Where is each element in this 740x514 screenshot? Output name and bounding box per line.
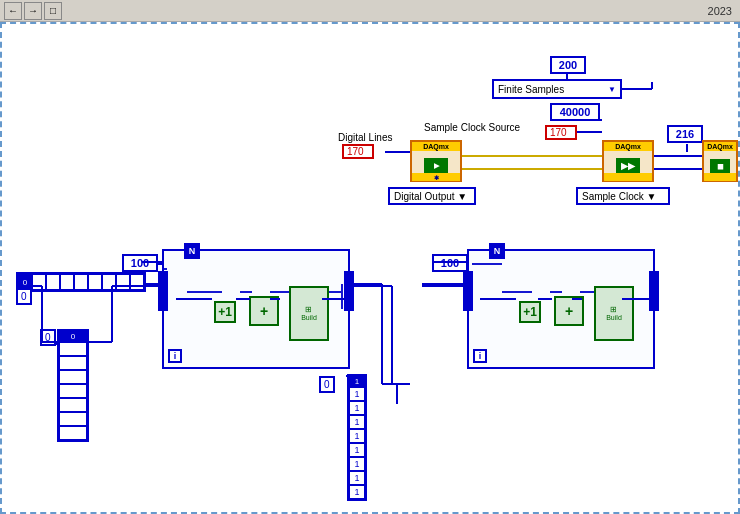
array-cell-2: [60, 274, 74, 290]
shift-reg-right-1: [344, 271, 354, 311]
v-cell-5: [59, 412, 87, 426]
shift-reg-right-2: [649, 271, 659, 311]
num-200[interactable]: 200: [550, 56, 586, 74]
add-block-2[interactable]: +: [554, 296, 584, 326]
v-cell-4: [59, 398, 87, 412]
array-indicator-horizontal: 0: [16, 272, 146, 292]
daq-header-1: DAQmx: [412, 142, 460, 151]
daq-body-3: ◼: [704, 151, 736, 181]
daq-block-1[interactable]: DAQmx ▶ ✱: [410, 140, 462, 182]
zero-indicator-1: 0: [16, 288, 32, 305]
i-terminal-2[interactable]: i: [473, 349, 487, 363]
daq-body-2: ▶▶: [604, 151, 652, 181]
array-cell-4: [88, 274, 102, 290]
shift-reg-left-1: [158, 271, 168, 311]
for-loop-1: N i +1 + ⊞Build: [162, 249, 350, 369]
shift-reg-left-2: [463, 271, 473, 311]
n-terminal-2[interactable]: N: [489, 243, 505, 259]
v-cell-3: [59, 384, 87, 398]
array-cell-1: [46, 274, 60, 290]
daq-header-3: DAQmx: [704, 142, 736, 151]
toolbar: ← → □ 2023: [0, 0, 740, 22]
daq-block-3[interactable]: DAQmx ◼: [702, 140, 738, 182]
array-cell-0: [32, 274, 46, 290]
back-button[interactable]: ←: [4, 2, 22, 20]
digital-output-dropdown[interactable]: Digital Output ▼: [388, 187, 476, 205]
year-label: 2023: [708, 5, 732, 17]
stop-button[interactable]: □: [44, 2, 62, 20]
increment-block-2[interactable]: +1: [519, 301, 541, 323]
n-value-1[interactable]: 100: [122, 254, 158, 272]
num-170-1[interactable]: 170: [342, 144, 374, 159]
for-loop-2: N i +1 + ⊞Build: [467, 249, 655, 369]
n-value-2[interactable]: 100: [432, 254, 468, 272]
sample-clock-source-label: Sample Clock Source: [424, 122, 520, 133]
build-array-2[interactable]: ⊞Build: [594, 286, 634, 341]
finite-samples-dropdown[interactable]: Finite Samples ▼: [492, 79, 622, 99]
n-terminal-1[interactable]: N: [184, 243, 200, 259]
zero-indicator-2: 0: [40, 329, 56, 346]
sample-clock-dropdown[interactable]: Sample Clock ▼: [576, 187, 670, 205]
v-cell-6: [59, 426, 87, 440]
vertical-array-left: 0: [57, 329, 89, 442]
digital-lines-label: Digital Lines: [338, 132, 392, 143]
v-cell-2: [59, 370, 87, 384]
v-cell-1: [59, 356, 87, 370]
vertical-array-ones: 1 1 1 1 1 1 1 1 1: [347, 374, 367, 501]
array-cell-7: [130, 274, 144, 290]
num-216[interactable]: 216: [667, 125, 703, 143]
add-block-1[interactable]: +: [249, 296, 279, 326]
array-cell-5: [102, 274, 116, 290]
v-cell-0: [59, 342, 87, 356]
daq-body-1: ▶ ✱: [412, 151, 460, 181]
num-170-2[interactable]: 170: [545, 125, 577, 140]
build-array-1[interactable]: ⊞Build: [289, 286, 329, 341]
i-terminal-1[interactable]: i: [168, 349, 182, 363]
daq-block-2[interactable]: DAQmx ▶▶: [602, 140, 654, 182]
array-cell-6: [116, 274, 130, 290]
block-diagram-canvas: 200 Finite Samples ▼ 40000 Sample Clock …: [0, 22, 740, 514]
increment-block-1[interactable]: +1: [214, 301, 236, 323]
num-40000[interactable]: 40000: [550, 103, 600, 121]
zero-indicator-middle: 0: [319, 376, 335, 393]
array-cell-3: [74, 274, 88, 290]
forward-button[interactable]: →: [24, 2, 42, 20]
daq-header-2: DAQmx: [604, 142, 652, 151]
